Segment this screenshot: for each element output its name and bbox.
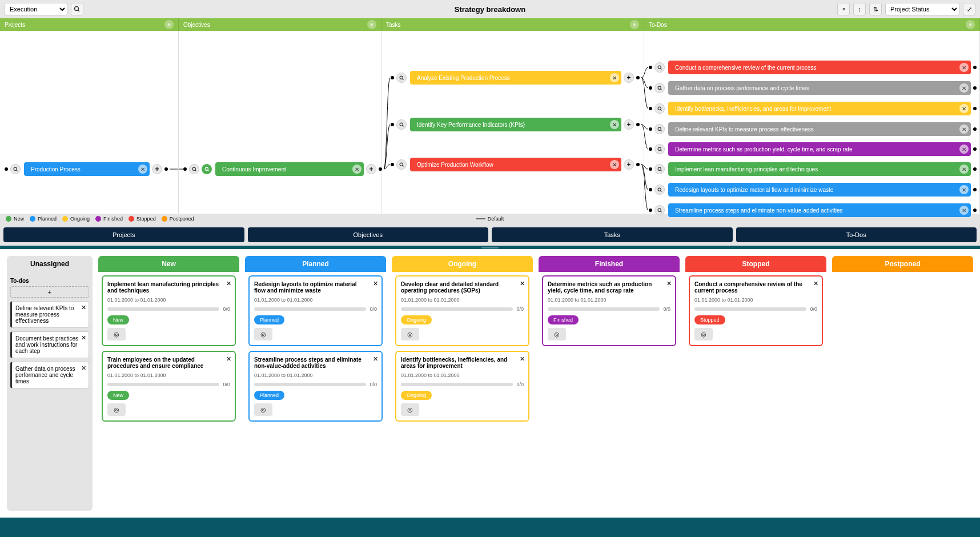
add-icon[interactable]: + [367,20,376,29]
kanban-card[interactable]: Train employees on the updated procedure… [102,351,236,422]
target-icon[interactable]: ◎ [254,403,272,416]
zoom-icon[interactable] [396,119,407,130]
close-icon[interactable]: ✕ [813,280,818,287]
unassigned-card[interactable]: Gather data on process performance and c… [10,362,89,388]
add-icon[interactable]: + [164,20,174,29]
progress-row: 0/0 [401,306,524,312]
target-icon[interactable]: ◎ [401,403,419,416]
add-unassigned-button[interactable]: + [10,286,89,298]
close-icon[interactable]: ✕ [959,63,969,72]
status-selector[interactable]: Project Status [885,3,959,15]
sort-icon[interactable]: ⇅ [869,3,882,15]
close-icon[interactable]: ✕ [138,165,147,174]
zoom-icon[interactable] [654,185,665,195]
add-child-icon[interactable]: + [152,164,162,174]
category-tab-projects[interactable]: Projects [3,227,244,242]
close-icon[interactable]: ✕ [610,120,619,129]
node-pill[interactable]: Identify Key Performance Indicators (KPI… [410,118,621,131]
hierarchy-icon[interactable]: ⚬ [837,3,850,15]
zoom-icon[interactable] [654,62,665,73]
node-pill[interactable]: Analyze Existing Production Process ✕ [410,71,621,85]
close-icon[interactable]: ✕ [352,165,362,174]
node-label: Identify Key Performance Indicators (KPI… [417,122,525,128]
todo-row: Define relevant KPIs to measure process … [646,122,979,136]
todo-pill[interactable]: Identify bottlenecks, inefficiencies, an… [668,102,971,115]
close-icon[interactable]: ✕ [226,355,231,363]
close-icon[interactable]: ✕ [959,145,969,154]
add-child-icon[interactable]: + [624,119,634,130]
close-icon[interactable]: ✕ [520,280,525,287]
kanban-card[interactable]: Redesign layouts to optimize material fl… [248,275,383,346]
unassigned-card[interactable]: Define relevant KPIs to measure process … [10,301,89,328]
node-pill[interactable]: Continuous Improvement ✕ [215,162,364,176]
todo-row: Determine metrics such as production yie… [646,142,979,156]
kanban-column-header: Ongoing [392,256,533,272]
close-icon[interactable]: ✕ [959,125,969,134]
close-icon[interactable]: ✕ [959,165,969,174]
expand-icon[interactable]: ⤢ [963,3,975,15]
target-icon[interactable]: ◎ [548,328,566,340]
todo-pill[interactable]: Implement lean manufacturing principles … [668,162,971,176]
todo-pill[interactable]: Conduct a comprehensive review of the cu… [668,61,971,74]
kanban-card[interactable]: Streamline process steps and eliminate n… [248,351,383,422]
target-icon[interactable]: ◎ [107,328,126,340]
close-icon[interactable]: ✕ [81,334,86,342]
category-tab-tasks[interactable]: Tasks [492,227,733,242]
objective-icon[interactable] [202,164,212,174]
kanban-card[interactable]: Conduct a comprehensive review of the cu… [689,275,823,346]
zoom-icon[interactable] [654,124,665,134]
category-tab-to-dos[interactable]: To-Dos [736,227,977,242]
search-icon[interactable] [71,3,83,15]
zoom-icon[interactable] [654,205,665,215]
view-selector[interactable]: Execution [5,3,67,15]
close-icon[interactable]: ✕ [373,280,378,287]
node-pill[interactable]: Production Process ✕ [24,162,150,176]
todo-pill[interactable]: Determine metrics such as production yie… [668,142,971,156]
close-icon[interactable]: ✕ [959,83,969,93]
kanban-card[interactable]: Identify bottlenecks, inefficiencies, an… [395,351,529,422]
close-icon[interactable]: ✕ [959,206,969,215]
node-pill[interactable]: Optimize Production Workflow ✕ [410,158,621,171]
target-icon[interactable]: ◎ [694,328,713,340]
card-title: Conduct a comprehensive review of the cu… [694,281,817,294]
unassigned-card[interactable]: Document best practices and work instruc… [10,331,89,358]
todo-pill[interactable]: Redesign layouts to optimize material fl… [668,183,971,197]
zoom-icon[interactable] [654,144,665,154]
svg-point-0 [75,7,79,11]
close-icon[interactable]: ✕ [520,355,525,363]
zoom-icon[interactable] [10,164,21,174]
branch-icon[interactable]: ↕ [853,3,866,15]
kanban-card[interactable]: Implement lean manufacturing principles … [102,275,236,346]
close-icon[interactable]: ✕ [959,104,969,113]
close-icon[interactable]: ✕ [373,355,378,363]
add-icon[interactable]: + [630,20,639,29]
target-icon[interactable]: ◎ [254,328,272,340]
zoom-icon[interactable] [654,103,665,114]
kanban-column-body: Develop clear and detailed standard oper… [392,272,533,425]
close-icon[interactable]: ✕ [226,280,231,287]
zoom-icon[interactable] [396,73,407,83]
todo-pill[interactable]: Define relevant KPIs to measure process … [668,122,971,136]
close-icon[interactable]: ✕ [959,185,969,194]
category-tab-objectives[interactable]: Objectives [248,227,489,242]
target-icon[interactable]: ◎ [107,403,126,416]
zoom-icon[interactable] [189,164,199,174]
add-child-icon[interactable]: + [624,73,634,83]
close-icon[interactable]: ✕ [610,73,619,82]
todo-pill[interactable]: Gather data on process performance and c… [668,81,971,95]
legend-item: Stopped [128,216,156,222]
zoom-icon[interactable] [654,164,665,174]
close-icon[interactable]: ✕ [81,304,86,311]
zoom-icon[interactable] [654,83,665,93]
add-child-icon[interactable]: + [366,164,376,174]
add-child-icon[interactable]: + [624,159,634,170]
close-icon[interactable]: ✕ [666,280,672,287]
todo-pill[interactable]: Streamline process steps and eliminate n… [668,203,971,217]
close-icon[interactable]: ✕ [81,364,86,372]
kanban-card[interactable]: Determine metrics such as production yie… [542,275,676,346]
target-icon[interactable]: ◎ [401,328,419,340]
zoom-icon[interactable] [396,159,407,170]
add-icon[interactable]: + [966,20,975,29]
close-icon[interactable]: ✕ [610,160,619,169]
kanban-card[interactable]: Develop clear and detailed standard oper… [395,275,529,346]
